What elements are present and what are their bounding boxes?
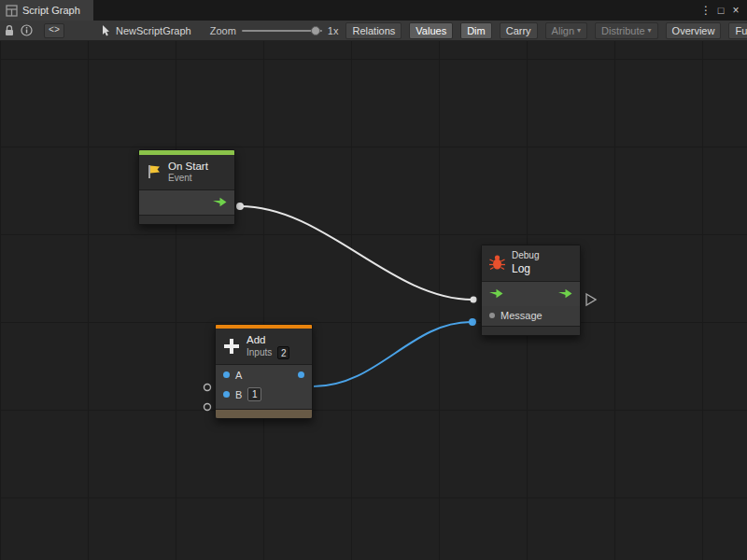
toolbar-button-dim[interactable]: Dim [460,22,492,39]
inputs-label: Inputs [247,347,272,359]
port-b-dot[interactable] [223,391,230,398]
maximize-icon[interactable]: □ [713,0,728,21]
script-graph-icon [6,5,18,17]
inputs-count-stepper[interactable]: 2 [277,346,289,359]
lock-icon[interactable] [4,23,15,38]
add-result-output-dot[interactable] [298,371,304,378]
code-view-icon[interactable]: <> [44,23,64,38]
node-debug-log[interactable]: Debug Log Message [481,245,581,336]
flow-arrow-out-icon[interactable] [558,288,572,299]
log-message-input-port[interactable] [469,318,476,326]
graph-breadcrumb[interactable]: NewScriptGraph [102,25,191,36]
node-footer [482,326,580,335]
log-flow-input-port[interactable] [471,297,477,303]
cursor-icon [102,25,111,36]
add-header: Add Inputs 2 [216,329,312,364]
close-icon[interactable]: × [728,0,743,21]
titlebar-controls: ⋮ □ × [698,0,747,21]
toolbar-button-overview[interactable]: Overview [666,22,722,39]
toolbar-button-values[interactable]: Values [409,22,453,39]
flow-arrow-in-icon[interactable] [489,288,503,299]
zoom-control: Zoom 1x [210,25,339,36]
wire-onstart-to-log[interactable] [240,206,472,300]
align-label: Align [552,25,574,36]
zoom-slider-handle[interactable] [311,26,320,35]
debug-log-header: Debug Log [482,245,580,281]
toolbar-button-relations[interactable]: Relations [345,22,402,39]
message-port-label: Message [500,310,543,321]
debug-class-label: Debug [512,250,539,262]
info-icon[interactable] [21,23,33,38]
port-b-label: B [235,389,242,400]
flag-icon [146,163,162,180]
log-flow-row [482,282,580,306]
script-graph-window: Script Graph ⋮ □ × <> [0,0,747,560]
message-port-dot[interactable] [489,313,495,318]
on-start-subtitle: Event [168,173,208,185]
node-on-start[interactable]: On Start Event [138,149,235,225]
message-port-row: Message [482,306,580,326]
zoom-label: Zoom [210,25,236,36]
port-row-b: B [216,385,312,404]
toolbar: <> NewScriptGraph Zoom 1x Relations Valu… [0,21,747,41]
on-start-flow-row [139,190,234,215]
on-start-header: On Start Event [139,155,234,189]
tab-title: Script Graph [22,5,80,16]
add-input-b-port[interactable] [204,404,211,411]
flow-arrow-icon[interactable] [213,197,227,207]
port-b-value-field[interactable] [247,387,261,401]
port-a-dot[interactable] [223,371,230,378]
toolbar-button-distribute[interactable]: Distribute ▾ [595,22,657,39]
zoom-slider[interactable] [242,30,322,32]
titlebar: Script Graph ⋮ □ × [0,0,747,21]
node-footer [139,215,234,224]
log-flow-output-port[interactable] [586,294,596,305]
add-input-a-port[interactable] [204,385,211,391]
wire-add-to-message[interactable] [314,322,471,386]
toolbar-button-align[interactable]: Align ▾ [545,22,587,39]
add-title: Add [247,333,289,346]
window-menu-icon[interactable]: ⋮ [698,0,713,21]
bug-icon [488,254,506,272]
toolbar-button-fullscreen[interactable]: Full S [728,22,747,39]
node-add[interactable]: Add Inputs 2 A B [215,324,313,419]
dropdown-arrow-icon: ▾ [648,26,652,35]
plus-icon [222,337,241,356]
connection-wires [0,41,747,560]
dropdown-arrow-icon: ▾ [577,26,581,35]
zoom-value: 1x [328,25,339,36]
toolbar-button-carry[interactable]: Carry [500,22,538,39]
tab-script-graph[interactable]: Script Graph [0,0,93,21]
distribute-label: Distribute [601,25,644,36]
port-a-label: A [235,370,242,381]
graph-name-label: NewScriptGraph [116,25,191,36]
add-node-footer [216,409,312,418]
on-start-title: On Start [168,160,208,173]
onstart-output-port[interactable] [236,203,244,210]
port-row-a: A [216,365,312,385]
log-method-label: Log [512,262,539,276]
graph-canvas[interactable]: On Start Event [0,41,747,560]
